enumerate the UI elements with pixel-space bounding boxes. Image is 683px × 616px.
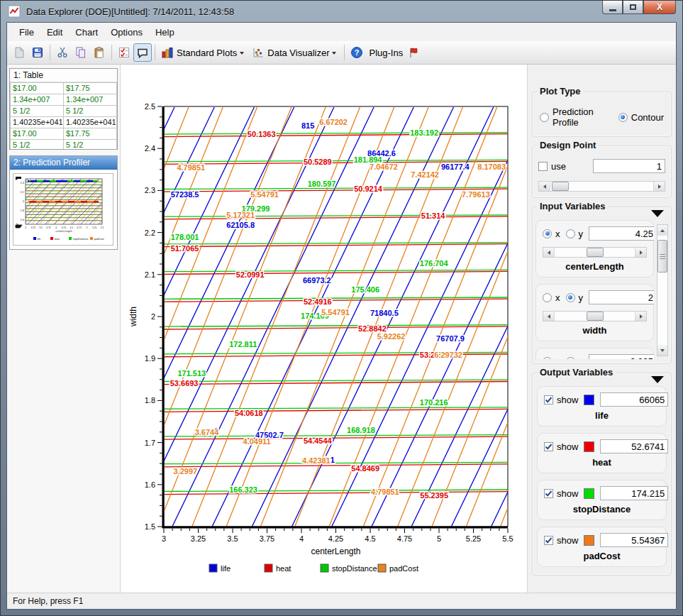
save-button[interactable]: [28, 43, 47, 62]
output-variables-section: Output Variables showlifeshowheatshowsto…: [532, 373, 672, 576]
comment-bubble-icon: [136, 46, 149, 59]
close-button[interactable]: X: [643, 1, 676, 14]
prediction-profiler-panel[interactable]: 2: Prediction Profiler 2.42.221.81.633.2…: [9, 155, 118, 250]
left-arrow-icon: [543, 185, 546, 189]
input-variable-slider[interactable]: [543, 247, 647, 258]
radio-contour[interactable]: Contour: [618, 106, 664, 128]
comment-button[interactable]: [133, 43, 152, 62]
slider-track[interactable]: [550, 182, 653, 191]
contour-label-heat: 50.5289: [304, 158, 332, 166]
slider-thumb[interactable]: [587, 312, 604, 321]
radio-y[interactable]: y: [566, 356, 584, 360]
contour-label-padCost: 7.42142: [411, 170, 439, 179]
design-point-input[interactable]: [593, 159, 665, 173]
menu-item-file[interactable]: File: [13, 24, 40, 40]
table-preview-panel[interactable]: 1: Table $17.00$17.751.34e+0071.34e+0075…: [9, 68, 118, 150]
table-row[interactable]: $17.00$17.75: [11, 128, 117, 140]
table-row[interactable]: 5 1/25 1/2: [11, 140, 117, 150]
output-variable-value[interactable]: [600, 392, 668, 407]
series-color-swatch[interactable]: [584, 395, 594, 405]
radio-y[interactable]: y: [566, 292, 584, 303]
plug-ins-flag-button[interactable]: [404, 43, 423, 62]
profiler-thumbnail[interactable]: 2.42.221.81.633.253.53.7544.254.54.7555.…: [13, 173, 113, 246]
plot-type-group: Plot Type Prediction Profile Contour: [532, 92, 672, 137]
input-variable-value[interactable]: [589, 290, 654, 304]
copy-button[interactable]: [72, 43, 90, 62]
radio-x[interactable]: x: [543, 356, 560, 360]
save-icon: [31, 46, 44, 59]
plug-ins-label[interactable]: Plug-Ins: [366, 48, 404, 58]
series-color-swatch[interactable]: [584, 535, 594, 546]
maximize-button[interactable]: [623, 1, 643, 14]
table-row[interactable]: $17.00$17.75: [11, 83, 117, 94]
slider-track[interactable]: [555, 312, 635, 321]
use-checkbox[interactable]: use: [538, 161, 566, 172]
table-row[interactable]: 1.34e+0071.34e+007: [11, 94, 117, 106]
table-row[interactable]: 5 1/25 1/2: [11, 106, 117, 117]
scroll-up-arrow[interactable]: [657, 225, 667, 236]
table-cell: 5 1/2: [64, 106, 117, 117]
show-checkbox[interactable]: show: [544, 535, 578, 546]
output-variable-value[interactable]: [600, 486, 668, 500]
menu-item-edit[interactable]: Edit: [40, 24, 69, 40]
slider-right-arrow[interactable]: [635, 248, 646, 257]
svg-text:5.5: 5.5: [101, 226, 104, 229]
slider-left-arrow[interactable]: [543, 248, 555, 257]
contour-label-life: 57238.5: [171, 190, 199, 199]
slider-left-arrow[interactable]: [539, 182, 550, 191]
slider-left-arrow[interactable]: [543, 312, 555, 321]
paste-button[interactable]: [90, 43, 109, 62]
show-checkbox[interactable]: show: [544, 488, 578, 499]
output-variable-value[interactable]: [600, 533, 668, 547]
series-color-swatch[interactable]: [584, 441, 594, 452]
table-cell: 5 1/2: [11, 140, 64, 150]
slider-track[interactable]: [555, 248, 635, 257]
input-variables-scrollbar[interactable]: [657, 224, 668, 356]
input-variable-value[interactable]: [589, 226, 654, 241]
scroll-thumb[interactable]: [657, 240, 667, 273]
slider-thumb[interactable]: [587, 248, 604, 257]
toolbar-separator: [111, 45, 112, 60]
radio-prediction-profile[interactable]: Prediction Profile: [540, 106, 604, 128]
svg-text:2.5: 2.5: [145, 102, 155, 111]
series-color-swatch[interactable]: [584, 488, 594, 499]
table-row[interactable]: 1.40235e+0411.40235e+041: [11, 117, 117, 128]
profiler-panel-title[interactable]: 2: Prediction Profiler: [10, 156, 117, 170]
input-variable-row: xy: [543, 354, 647, 359]
input-variable-slider[interactable]: [543, 311, 647, 321]
menu-item-chart[interactable]: Chart: [69, 24, 104, 40]
scroll-track[interactable]: [657, 236, 667, 345]
slider-right-arrow[interactable]: [635, 312, 646, 321]
cut-button[interactable]: [53, 43, 72, 62]
collapse-input-variables-icon[interactable]: [651, 210, 664, 217]
window-title: Data Explorer (DOE)[Untitled]: 7/14/2011…: [26, 6, 234, 17]
menu-item-options[interactable]: Options: [104, 24, 149, 40]
radio-y[interactable]: y: [566, 229, 584, 239]
help-button[interactable]: ?: [348, 43, 366, 62]
design-point-slider[interactable]: [538, 181, 665, 192]
show-checkbox[interactable]: show: [544, 441, 578, 452]
contour-label-padCost: 4.04911: [243, 437, 271, 446]
checklist-button[interactable]: [115, 43, 133, 62]
new-document-button[interactable]: [10, 43, 28, 62]
radio-y-label: y: [579, 356, 584, 360]
radio-x[interactable]: x: [543, 229, 560, 239]
slider-thumb[interactable]: [552, 182, 569, 191]
svg-text:4.75: 4.75: [77, 226, 82, 229]
menu-item-help[interactable]: Help: [149, 24, 181, 40]
contour-chart[interactable]: 81586442.696177.457238.562105.866973.271…: [121, 65, 527, 593]
show-checkbox[interactable]: show: [544, 395, 578, 405]
svg-text:3.25: 3.25: [30, 226, 35, 229]
slider-right-arrow[interactable]: [653, 182, 665, 191]
minimize-button[interactable]: [602, 1, 623, 14]
input-variable-value[interactable]: [589, 354, 654, 359]
standard-plots-button[interactable]: Standard Plots: [158, 45, 249, 60]
output-variable-value[interactable]: [600, 439, 668, 453]
scroll-down-arrow[interactable]: [657, 345, 667, 356]
table-panel-title[interactable]: 1: Table: [10, 69, 117, 82]
title-bar[interactable]: Data Explorer (DOE)[Untitled]: 7/14/2011…: [1, 1, 682, 22]
checkbox-icon-checked: [544, 489, 553, 498]
collapse-output-variables-icon[interactable]: [651, 376, 664, 383]
radio-x[interactable]: x: [543, 292, 560, 303]
data-visualizer-button[interactable]: Data Visualizer: [249, 45, 341, 60]
